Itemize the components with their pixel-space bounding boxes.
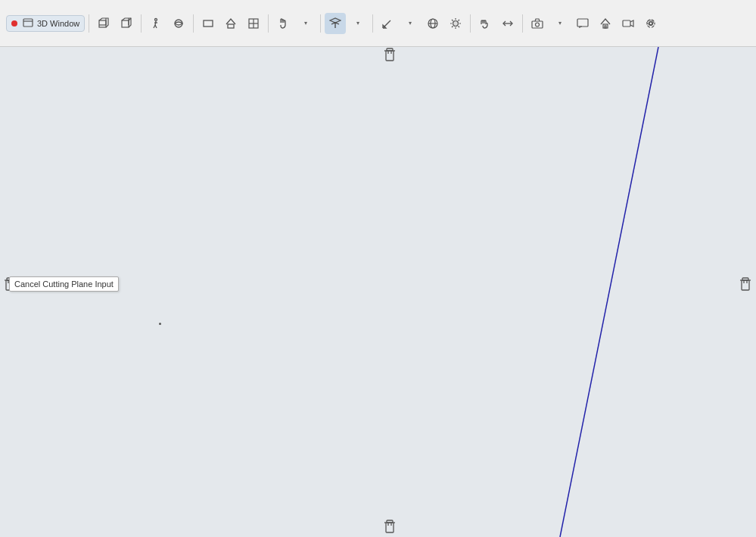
trash-bottom-button[interactable] <box>382 519 397 534</box>
camera-icon <box>531 17 543 30</box>
settings-button[interactable] <box>640 13 661 34</box>
trash-bottom-icon <box>384 520 396 533</box>
rectangle-icon <box>202 17 214 30</box>
house-button[interactable] <box>220 13 241 34</box>
svg-line-32 <box>459 20 460 21</box>
cutting-plane-icon <box>329 17 341 30</box>
svg-line-30 <box>452 20 453 21</box>
wire-view-button[interactable] <box>116 13 137 34</box>
tooltip-text: Cancel Cutting Plane Input <box>14 279 114 289</box>
sky-icon <box>450 17 462 30</box>
sep-3 <box>193 14 194 33</box>
orbit-button[interactable] <box>168 13 189 34</box>
hand-button[interactable] <box>474 13 496 34</box>
svg-rect-37 <box>577 19 588 27</box>
svg-line-43 <box>560 47 658 537</box>
svg-marker-19 <box>330 18 341 23</box>
svg-line-11 <box>155 25 157 28</box>
sep-6 <box>372 14 373 33</box>
cutting-plane-button[interactable] <box>325 13 346 34</box>
sep-7 <box>470 14 471 33</box>
solid-view-button[interactable] <box>93 13 114 34</box>
svg-rect-2 <box>99 20 106 27</box>
diagonal-line <box>0 47 756 537</box>
svg-point-8 <box>155 18 157 20</box>
walk-icon <box>150 17 162 30</box>
annotation-icon <box>577 17 589 30</box>
svg-rect-35 <box>532 21 543 28</box>
svg-rect-15 <box>228 24 234 28</box>
camera-button[interactable] <box>527 13 548 34</box>
plan-icon <box>247 17 260 30</box>
toolbar: 3D Window <box>0 0 756 47</box>
window-label[interactable]: 3D Window <box>6 15 85 32</box>
walk-mode-button[interactable] <box>145 13 166 34</box>
svg-rect-0 <box>23 19 33 27</box>
wire-box-icon <box>120 17 132 30</box>
orbit-icon <box>173 17 185 30</box>
cutting-plane-dropdown-button[interactable]: ▾ <box>347 13 369 34</box>
svg-rect-40 <box>623 20 630 27</box>
annotation-button[interactable] <box>572 13 593 34</box>
pan-button[interactable] <box>272 13 294 34</box>
canvas-area[interactable]: Cancel Cutting Plane Input <box>0 47 756 537</box>
trash-right-icon <box>739 277 751 291</box>
window-icon <box>22 17 34 30</box>
pan-dropdown-button[interactable]: ▾ <box>295 13 316 34</box>
sep-8 <box>522 14 523 33</box>
camera-dropdown-button[interactable]: ▾ <box>549 13 571 34</box>
svg-rect-5 <box>122 20 129 27</box>
sep-1 <box>89 14 89 33</box>
trash-top-icon <box>384 48 396 61</box>
sep-4 <box>268 14 269 33</box>
svg-rect-39 <box>605 26 606 28</box>
svg-point-36 <box>536 23 540 27</box>
video-icon <box>622 17 634 30</box>
globe-icon <box>427 17 439 30</box>
plan-button[interactable] <box>243 13 264 34</box>
video-button[interactable] <box>618 13 639 34</box>
measure-button[interactable] <box>377 13 398 34</box>
trash-right-button[interactable] <box>738 276 753 292</box>
canvas-cursor-dot <box>159 323 161 325</box>
solid-box-icon <box>98 17 110 30</box>
sky-button[interactable] <box>445 13 466 34</box>
svg-rect-14 <box>204 20 213 27</box>
svg-point-13 <box>175 20 182 27</box>
home-button[interactable] <box>595 13 616 34</box>
scale-icon <box>502 17 514 30</box>
svg-line-33 <box>452 26 453 27</box>
sep-5 <box>320 14 321 33</box>
pan-icon <box>277 17 289 30</box>
tooltip-label: Cancel Cutting Plane Input <box>9 276 119 292</box>
measure-icon <box>381 17 394 30</box>
hand-icon <box>479 17 491 30</box>
settings-icon <box>645 17 657 30</box>
home-icon <box>599 17 611 30</box>
trash-top-button[interactable] <box>382 47 397 62</box>
scale-button[interactable] <box>497 13 518 34</box>
svg-line-21 <box>383 20 390 28</box>
rectangle-tool-button[interactable] <box>198 13 219 34</box>
house-icon <box>225 17 237 30</box>
svg-point-25 <box>453 20 459 26</box>
svg-line-31 <box>459 26 460 27</box>
globe-button[interactable] <box>422 13 443 34</box>
window-label-text: 3D Window <box>37 19 79 28</box>
measure-dropdown-button[interactable]: ▾ <box>400 13 421 34</box>
sep-2 <box>141 14 142 33</box>
red-dot-indicator <box>11 20 17 27</box>
